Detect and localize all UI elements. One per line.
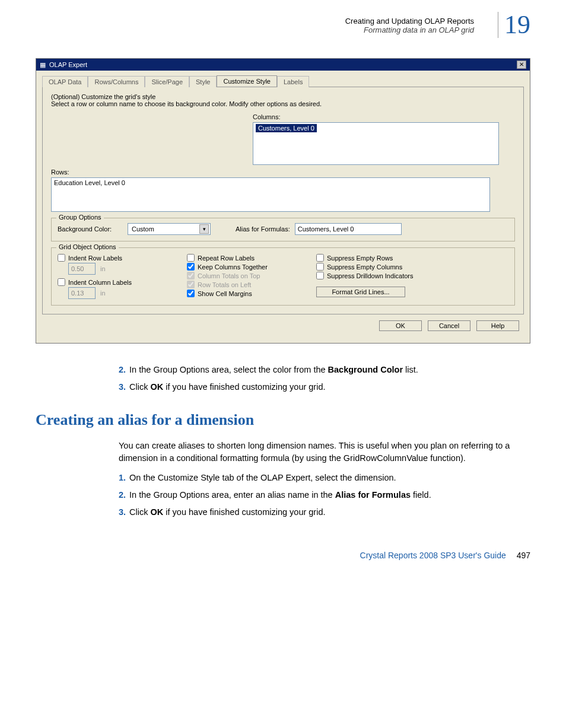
indent-row-value [68,263,96,275]
indent-col-value [68,287,96,299]
header-title: Creating and Updating OLAP Reports [345,17,474,26]
step-b3: 3. Click OK if you have finished customi… [119,506,530,519]
tab-customize-style[interactable]: Customize Style [217,75,276,87]
step-number: 2. [119,364,126,376]
section-heading: Creating an alias for a dimension [36,411,530,429]
rows-label: Rows: [51,169,515,176]
bg-color-label: Background Color: [58,225,123,233]
dialog-title-text: OLAP Expert [49,61,87,68]
bg-color-combo[interactable]: Custom ▾ [128,223,211,235]
section-body: You can create aliases to shorten long d… [119,440,530,519]
intro-line-1: (Optional) Customize the grid's style [51,93,515,100]
section-paragraph: You can create aliases to shorten long d… [119,440,530,465]
grid-object-options-fieldset: Grid Object Options Indent Row Labels in… [51,247,515,306]
row-totals-on-left-check: Row Totals on Left [187,281,300,288]
help-button[interactable]: Help [476,320,519,331]
step-number: 1. [119,472,126,484]
indent-col-unit: in [100,290,106,297]
indent-col-labels-check[interactable]: Indent Column Labels [58,278,170,286]
footer-doc-title: Crystal Reports 2008 SP3 User's Guide [360,551,506,560]
rows-item[interactable]: Education Level, Level 0 [54,179,125,186]
suppress-empty-cols-check[interactable]: Suppress Empty Columns [316,263,447,271]
grid-options-legend: Grid Object Options [56,243,119,250]
intro-line-2: Select a row or column name to choose it… [51,100,515,107]
tab-panel: (Optional) Customize the grid's style Se… [42,87,524,314]
step-number: 2. [119,489,126,501]
indent-row-unit: in [100,265,106,272]
repeat-row-labels-check[interactable]: Repeat Row Labels [187,254,300,262]
chapter-number: 19 [498,12,530,38]
close-icon[interactable]: ✕ [517,61,526,69]
columns-listbox[interactable]: Customers, Level 0 [253,122,499,165]
step-a3: 3. Click OK if you have finished customi… [119,381,530,393]
page-header: Creating and Updating OLAP Reports Forma… [36,17,530,46]
rows-listbox[interactable]: Education Level, Level 0 [51,177,490,212]
chevron-down-icon[interactable]: ▾ [199,224,209,234]
cancel-button[interactable]: Cancel [428,320,470,331]
header-text: Creating and Updating OLAP Reports Forma… [345,17,474,34]
indent-row-labels-check[interactable]: Indent Row Labels [58,254,170,262]
dialog-button-row: OK Cancel Help [42,314,524,337]
step-number: 3. [119,506,126,519]
ok-button[interactable]: OK [379,320,422,331]
page-footer: Crystal Reports 2008 SP3 User's Guide 49… [36,551,530,560]
tab-rows-columns[interactable]: Rows/Columns [88,76,145,87]
step-b2: 2. In the Group Options area, enter an a… [119,489,530,501]
tab-labels[interactable]: Labels [277,76,309,87]
show-cell-margins-check[interactable]: Show Cell Margins [187,290,300,297]
columns-selected-item[interactable]: Customers, Level 0 [256,124,317,132]
tab-style[interactable]: Style [189,76,217,87]
header-subtitle: Formatting data in an OLAP grid [345,26,474,34]
col-totals-on-top-check: Column Totals on Top [187,272,300,279]
keep-cols-together-check[interactable]: Keep Columns Together [187,263,300,271]
suppress-empty-rows-check[interactable]: Suppress Empty Rows [316,254,447,262]
dialog-titlebar[interactable]: ▦ OLAP Expert ✕ [36,59,530,71]
alias-input[interactable] [295,223,402,235]
footer-page-number: 497 [517,551,530,560]
columns-label: Columns: [253,113,499,120]
step-number: 3. [119,381,126,393]
step-a2: 2. In the Group Options area, select the… [119,364,530,376]
group-options-fieldset: Group Options Background Color: Custom ▾… [51,218,515,241]
group-options-legend: Group Options [56,214,104,221]
tab-strip: OLAP Data Rows/Columns Slice/Page Style … [42,74,524,87]
olap-expert-dialog: ▦ OLAP Expert ✕ OLAP Data Rows/Columns S… [36,58,530,344]
tab-slice-page[interactable]: Slice/Page [145,76,189,87]
body-content: 2. In the Group Options area, select the… [119,364,530,393]
tab-olap-data[interactable]: OLAP Data [42,76,88,87]
bg-color-value: Custom [132,225,154,233]
format-grid-lines-button[interactable]: Format Grid Lines... [316,287,405,297]
suppress-drilldown-check[interactable]: Suppress Drilldown Indicators [316,272,447,279]
alias-label: Alias for Formulas: [236,225,290,233]
dialog-icon: ▦ [40,61,46,69]
step-b1: 1. On the Customize Style tab of the OLA… [119,472,530,484]
